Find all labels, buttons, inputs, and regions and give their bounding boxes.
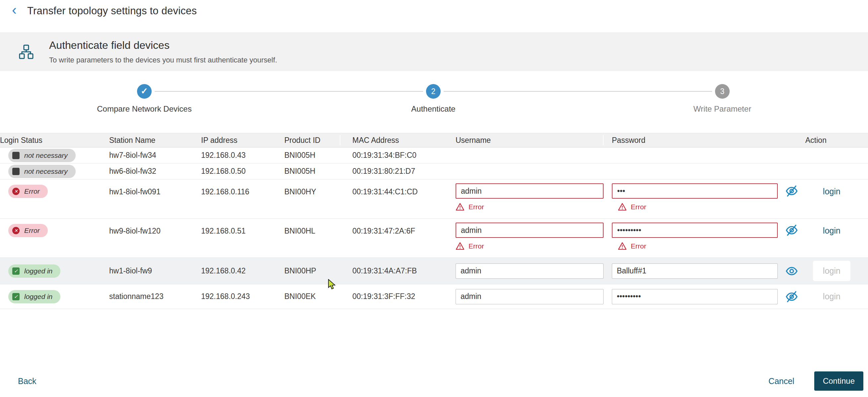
ip-address-cell: 192.168.0.42 — [201, 266, 284, 276]
error-text: Error — [631, 203, 646, 211]
device-table-header: Login StatusStation NameIP addressProduc… — [0, 133, 868, 147]
status-badge-label: logged in — [24, 267, 53, 275]
password-error: Error — [618, 242, 805, 250]
product-id-cell: BNI00HP — [284, 266, 352, 276]
error-text: Error — [468, 203, 484, 211]
password-cell — [612, 289, 805, 304]
login-button[interactable]: login — [823, 187, 840, 196]
login-button[interactable]: login — [823, 226, 840, 235]
authenticate-banner: Authenticate field devices To write para… — [0, 32, 868, 71]
password-input[interactable] — [612, 183, 778, 199]
step-2-circle[interactable]: 2 — [426, 84, 441, 99]
step-number: 2 — [431, 87, 436, 96]
step-1-label: Compare Network Devices — [97, 104, 191, 114]
status-badge: not necessary — [8, 165, 76, 178]
password-error: Error — [618, 203, 805, 211]
step-number: 3 — [720, 87, 725, 96]
action-cell: login — [805, 292, 868, 301]
action-cell: login — [805, 179, 868, 196]
station-name-cell: hw1-8iol-fw091 — [109, 179, 201, 196]
table-row: ✕Error hw9-8iol-fw120 192.168.0.51 BNI00… — [0, 219, 868, 258]
ip-address-cell: 192.168.0.50 — [201, 167, 284, 176]
cancel-button[interactable]: Cancel — [769, 376, 794, 386]
step-2-label: Authenticate — [411, 104, 455, 114]
eye-off-icon[interactable] — [785, 185, 798, 198]
status-badge: ✕Error — [8, 224, 48, 237]
product-id-cell: BNI00HY — [284, 179, 352, 196]
status-badge: ✓logged in — [8, 290, 60, 303]
ip-address-cell: 192.168.0.51 — [201, 219, 284, 235]
column-header-username: Username — [456, 136, 612, 145]
login-button[interactable]: login — [823, 292, 840, 301]
station-name-cell: hw6-8iol-fw32 — [109, 167, 201, 176]
table-row: not necessary hw7-8iol-fw34 192.168.0.43… — [0, 147, 868, 164]
login-button[interactable]: login — [823, 266, 840, 276]
username-input[interactable] — [456, 223, 603, 238]
error-text: Error — [631, 242, 646, 250]
table-row: ✓logged in stationname123 192.168.0.243 … — [0, 284, 868, 309]
back-chevron-icon[interactable]: ‹ — [9, 3, 20, 17]
mac-address-cell: 00:19:31:4A:A7:FB — [352, 266, 456, 276]
login-status-cell: ✓logged in — [0, 264, 109, 278]
ip-address-cell: 192.168.0.243 — [201, 292, 284, 301]
footer-bar: Back Cancel Continue — [0, 372, 868, 390]
login-status-cell: ✕Error — [0, 219, 109, 237]
password-input[interactable] — [612, 289, 778, 304]
continue-button[interactable]: Continue — [814, 371, 863, 391]
username-input[interactable] — [456, 263, 603, 279]
square-icon — [12, 152, 20, 159]
column-divider[interactable] — [340, 135, 340, 145]
username-error: Error — [456, 203, 612, 211]
eye-off-icon[interactable] — [785, 290, 798, 303]
product-id-cell: BNI005H — [284, 151, 352, 160]
device-table-body: not necessary hw7-8iol-fw34 192.168.0.43… — [0, 147, 868, 309]
column-header-action: Action — [805, 136, 868, 145]
status-badge: not necessary — [8, 149, 76, 162]
back-button[interactable]: Back — [18, 376, 36, 386]
column-header-ip-address: IP address — [201, 136, 284, 145]
username-cell — [456, 263, 612, 279]
station-name-cell: hw9-8iol-fw120 — [109, 219, 201, 235]
status-badge-label: Error — [24, 227, 40, 234]
product-id-cell: BNI00EK — [284, 292, 352, 301]
table-row: not necessary hw6-8iol-fw32 192.168.0.50… — [0, 164, 868, 179]
password-input[interactable] — [612, 223, 778, 238]
password-input[interactable] — [612, 263, 778, 279]
action-cell: login — [805, 219, 868, 235]
square-icon — [12, 168, 20, 175]
column-divider[interactable] — [603, 135, 603, 145]
network-topology-icon — [19, 44, 34, 59]
circle-x-icon: ✕ — [12, 188, 20, 195]
column-header-login-status: Login Status — [0, 136, 109, 145]
step-3-label: Write Parameter — [693, 104, 751, 114]
eye-icon[interactable] — [785, 264, 798, 278]
check-icon: ✓ — [141, 86, 148, 96]
status-badge: ✕Error — [8, 185, 48, 198]
column-header-mac-address: MAC Address — [352, 136, 456, 145]
circle-x-icon: ✕ — [12, 227, 20, 234]
status-badge-label: not necessary — [24, 167, 68, 175]
table-row: ✓logged in hw1-8iol-fw9 192.168.0.42 BNI… — [0, 258, 868, 284]
login-status-cell: ✓logged in — [0, 290, 109, 303]
check-square-icon: ✓ — [12, 293, 20, 300]
password-cell: Error — [612, 219, 805, 250]
banner-title: Authenticate field devices — [49, 39, 277, 52]
username-cell — [456, 289, 612, 304]
step-3-circle[interactable]: 3 — [715, 84, 730, 99]
username-input[interactable] — [456, 289, 603, 304]
station-name-cell: hw7-8iol-fw34 — [109, 151, 201, 160]
page-header: ‹ Transfer topology settings to devices — [0, 0, 868, 22]
username-cell: Error — [456, 179, 612, 211]
mac-address-cell: 00:19:31:47:2A:6F — [352, 219, 456, 235]
step-1-circle[interactable]: ✓ — [137, 84, 152, 99]
column-header-password: Password — [612, 136, 805, 145]
error-text: Error — [468, 242, 484, 250]
page-title: Transfer topology settings to devices — [27, 5, 197, 17]
mac-address-cell: 00:19:31:80:21:D7 — [352, 167, 456, 176]
eye-off-icon[interactable] — [785, 224, 798, 237]
wizard-stepper: ✓ 2 3 Compare Network Devices Authentica… — [0, 71, 868, 133]
ip-address-cell: 192.168.0.116 — [201, 179, 284, 196]
username-input[interactable] — [456, 183, 603, 199]
column-header-product-id: Product ID — [284, 136, 352, 145]
username-error: Error — [456, 242, 612, 250]
